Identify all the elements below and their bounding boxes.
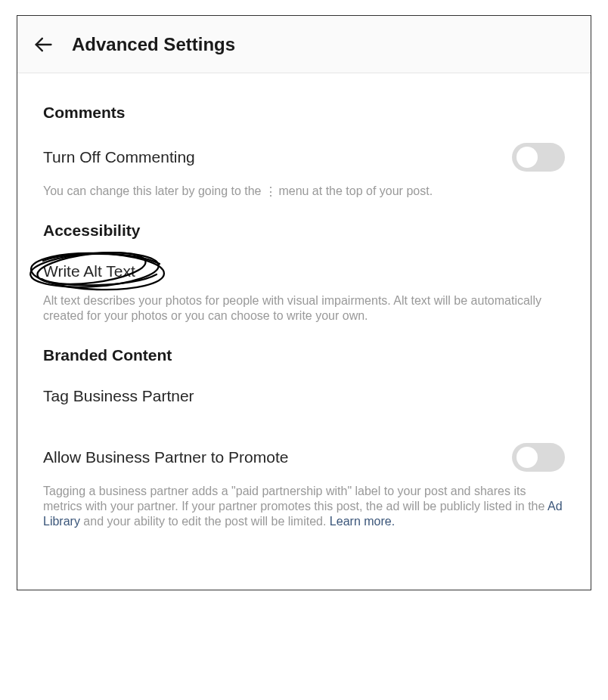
toggle-row-turn-off-commenting: Turn Off Commenting <box>43 141 565 173</box>
learn-more-link[interactable]: Learn more. <box>330 515 395 528</box>
toggle-row-allow-promote: Allow Business Partner to Promote <box>43 441 565 473</box>
helper-comments: You can change this later by going to th… <box>43 184 565 199</box>
helper-comments-before: You can change this later by going to th… <box>43 184 265 197</box>
helper-branded-part1: Tagging a business partner adds a "paid … <box>43 485 548 513</box>
app-frame: Advanced Settings Comments Turn Off Comm… <box>17 15 591 590</box>
toggle-label-turn-off-commenting: Turn Off Commenting <box>43 147 195 167</box>
topbar: Advanced Settings <box>17 16 591 73</box>
section-heading-comments: Comments <box>43 104 565 122</box>
toggle-knob <box>516 147 538 168</box>
content: Comments Turn Off Commenting You can cha… <box>17 73 591 590</box>
toggle-knob <box>516 447 538 468</box>
helper-comments-after: menu at the top of your post. <box>275 184 433 197</box>
page-title: Advanced Settings <box>72 34 235 55</box>
toggle-allow-promote[interactable] <box>512 443 565 472</box>
section-heading-accessibility: Accessibility <box>43 221 565 240</box>
toggle-turn-off-commenting[interactable] <box>512 143 565 172</box>
helper-branded: Tagging a business partner adds a "paid … <box>43 484 565 529</box>
tag-business-partner-row[interactable]: Tag Business Partner <box>43 384 565 407</box>
tag-business-partner-label: Tag Business Partner <box>43 386 194 406</box>
section-heading-branded: Branded Content <box>43 346 565 364</box>
toggle-label-allow-promote: Allow Business Partner to Promote <box>43 447 288 467</box>
kebab-menu-icon: ⋮ <box>265 186 275 198</box>
helper-accessibility: Alt text describes your photos for peopl… <box>43 293 565 324</box>
write-alt-text-row[interactable]: Write Alt Text <box>43 259 565 283</box>
arrow-left-icon <box>33 34 54 55</box>
write-alt-text-label: Write Alt Text <box>43 262 135 280</box>
back-button[interactable] <box>33 34 54 55</box>
helper-branded-part2: and your ability to edit the post will b… <box>80 515 330 528</box>
